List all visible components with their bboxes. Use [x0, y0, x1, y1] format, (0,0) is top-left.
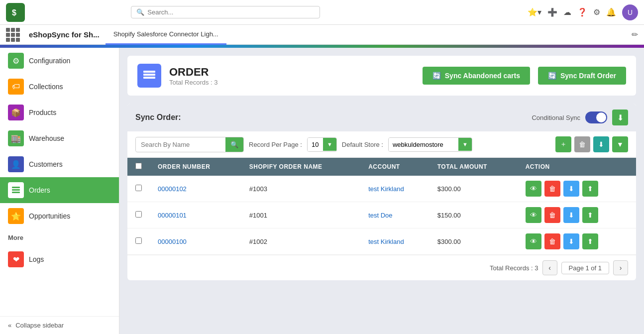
prev-page-button[interactable]: ‹ — [542, 260, 557, 275]
row-total-0: $300.00 — [429, 176, 518, 202]
download-button-2[interactable]: ⬇ — [563, 233, 579, 249]
row-actions-1: 👁 🗑 ⬇ ⬆ — [518, 202, 636, 228]
conditional-sync-area: Conditional Sync ⬇ — [532, 110, 628, 125]
record-per-page-label: Record Per Page : — [249, 141, 302, 148]
app-tab[interactable]: Shopify Salesforce Connector Ligh... — [106, 25, 226, 45]
row-checkbox-1 — [127, 202, 150, 228]
order-number-link-0[interactable]: 00000102 — [158, 185, 187, 193]
add-record-button[interactable]: ＋ — [555, 136, 571, 152]
sidebar-item-collections[interactable]: 🏷 Collections — [0, 74, 119, 100]
sync-abandoned-label: Sync Abandoned carts — [445, 72, 520, 80]
sidebar-item-logs[interactable]: ❤ Logs — [0, 246, 119, 272]
table-row: 00000101 #1001 test Doe $150.00 👁 🗑 ⬇ ⬆ — [127, 202, 636, 228]
delete-button-0[interactable]: 🗑 — [544, 181, 560, 197]
sync-draft-order-button[interactable]: 🔄 Sync Draft Order — [538, 67, 626, 85]
sidebar-label-collections: Collections — [29, 83, 63, 91]
help-button[interactable]: ❓ — [577, 7, 587, 17]
sync-abandoned-carts-button[interactable]: 🔄 Sync Abandoned carts — [423, 67, 530, 85]
main-layout: ⚙ Configuration 🏷 Collections 📦 Products… — [0, 48, 644, 334]
add-button[interactable]: ➕ — [547, 7, 557, 17]
page-subtitle: Total Records : 3 — [169, 79, 415, 86]
row-shopify-name-0: #1003 — [241, 176, 360, 202]
delete-button-2[interactable]: 🗑 — [544, 233, 560, 249]
row-order-number-0: 00000102 — [150, 176, 241, 202]
view-button-2[interactable]: 👁 — [526, 233, 541, 249]
order-number-link-1[interactable]: 00000101 — [158, 212, 187, 219]
bulk-download-button[interactable]: ⬇ — [593, 136, 609, 152]
collapse-label: Collapse sidebar — [15, 322, 64, 329]
settings-button[interactable]: ⚙ — [593, 7, 600, 17]
conditional-sync-label: Conditional Sync — [532, 114, 580, 121]
sidebar-label-logs: Logs — [29, 255, 44, 263]
store-input[interactable] — [389, 138, 458, 151]
account-link-1[interactable]: test Doe — [368, 212, 392, 219]
download-button-0[interactable]: ⬇ — [563, 181, 579, 197]
upload-button-2[interactable]: ⬆ — [582, 233, 598, 249]
topbar-right: ⭐▾ ➕ ☁ ❓ ⚙ 🔔 U — [528, 4, 638, 20]
sidebar-item-customers[interactable]: 👤 Customers — [0, 151, 119, 177]
global-search[interactable]: 🔍 — [131, 6, 320, 18]
avatar[interactable]: U — [622, 4, 638, 20]
delete-button-1[interactable]: 🗑 — [544, 207, 560, 223]
table-header-bar: Sync Order: Conditional Sync ⬇ — [127, 104, 636, 131]
svg-rect-6 — [143, 74, 155, 76]
sidebar-item-warehouse[interactable]: 🏬 Warehouse — [0, 125, 119, 151]
sidebar-item-orders[interactable]: Orders — [0, 177, 119, 203]
search-input[interactable] — [147, 8, 315, 16]
col-shopify-name: SHOPIFY ORDER NAME — [241, 158, 360, 176]
search-wrap: 🔍 — [135, 137, 244, 152]
store-select-arrow[interactable]: ▼ — [458, 138, 472, 151]
row-checkbox-input-1[interactable] — [135, 211, 142, 218]
edit-icon[interactable]: ✏ — [632, 30, 638, 39]
row-checkbox-input-0[interactable] — [135, 185, 142, 191]
cloud-icon-button[interactable]: ☁ — [563, 7, 571, 17]
svg-text:$: $ — [12, 8, 16, 17]
upload-button-0[interactable]: ⬆ — [582, 181, 598, 197]
appbar: eShopSync for Sh... Shopify Salesforce C… — [0, 25, 644, 45]
row-account-0: test Kirkland — [360, 176, 429, 202]
svg-rect-3 — [12, 189, 20, 191]
header-download-button[interactable]: ⬇ — [612, 110, 628, 125]
app-logo: $ — [6, 3, 25, 22]
sidebar: ⚙ Configuration 🏷 Collections 📦 Products… — [0, 48, 119, 334]
grid-menu-icon[interactable] — [6, 28, 20, 42]
select-all-checkbox[interactable] — [135, 163, 142, 169]
app-title: eShopSync for Sh... — [29, 30, 100, 39]
default-store-label: Default Store : — [342, 141, 383, 148]
search-button[interactable]: 🔍 — [225, 137, 243, 152]
total-records-label: Total Records : 3 — [490, 264, 538, 272]
order-icon — [137, 64, 161, 88]
page-header-card: ORDER Total Records : 3 🔄 Sync Abandoned… — [127, 56, 636, 96]
row-checkbox-input-2[interactable] — [135, 237, 142, 244]
svg-rect-4 — [12, 192, 20, 193]
row-shopify-name-2: #1002 — [241, 228, 360, 255]
bulk-delete-button[interactable]: 🗑 — [574, 136, 590, 152]
upload-button-1[interactable]: ⬆ — [582, 207, 598, 223]
download-button-1[interactable]: ⬇ — [563, 207, 579, 223]
notifications-button[interactable]: 🔔 — [606, 7, 616, 17]
account-link-0[interactable]: test Kirkland — [368, 185, 404, 193]
more-label: More — [0, 229, 119, 246]
filter-button[interactable]: ▼ — [612, 136, 628, 152]
search-by-name-input[interactable] — [136, 138, 225, 151]
favorites-button[interactable]: ⭐▾ — [528, 7, 541, 17]
table-row: 00000100 #1002 test Kirkland $300.00 👁 🗑… — [127, 228, 636, 255]
search-icon: 🔍 — [136, 8, 144, 16]
view-button-1[interactable]: 👁 — [526, 207, 541, 223]
collapse-sidebar[interactable]: « Collapse sidebar — [0, 316, 119, 334]
account-link-2[interactable]: test Kirkland — [368, 238, 404, 245]
sidebar-item-configuration[interactable]: ⚙ Configuration — [0, 48, 119, 74]
sidebar-item-opportunities[interactable]: ⭐ Opportunities — [0, 203, 119, 229]
sidebar-label-opportunities: Opportunities — [29, 212, 70, 220]
conditional-sync-toggle[interactable] — [585, 111, 607, 123]
record-select-arrow[interactable]: ▼ — [323, 138, 336, 151]
store-select-wrap: ▼ — [388, 137, 472, 152]
col-account: ACCOUNT — [360, 158, 429, 176]
view-button-0[interactable]: 👁 — [526, 181, 541, 197]
next-page-button[interactable]: › — [613, 260, 628, 275]
record-per-page-select[interactable]: 10 25 50 — [308, 138, 323, 151]
sidebar-item-products[interactable]: 📦 Products — [0, 100, 119, 125]
order-number-link-2[interactable]: 00000100 — [158, 238, 187, 245]
record-per-page-select-wrap: 10 25 50 ▼ — [307, 137, 337, 152]
row-order-number-2: 00000100 — [150, 228, 241, 255]
